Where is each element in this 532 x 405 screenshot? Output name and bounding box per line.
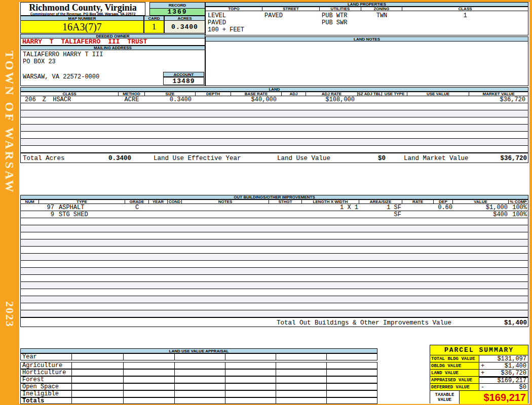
land-class: 206 Z HSACR (21, 96, 119, 103)
obldg-value-label: OBLDG VALUE (430, 362, 479, 369)
lua-row-label: Horticulture (21, 370, 72, 376)
col-use-type: USE TYPE (382, 92, 407, 96)
col-rate: RATE (402, 200, 434, 204)
lua-empty-cell (175, 370, 225, 376)
col-topo: TOPO (206, 7, 262, 11)
out-building-empty-row (20, 289, 528, 296)
land-adj-rate: $108,000 (306, 96, 358, 103)
lua-empty-cell (175, 377, 225, 383)
out-building-empty-row (20, 275, 528, 282)
deeded-owner-value: HARRY T TALIAFERRO III TRUST (20, 38, 205, 46)
appraised-value-label: APPRAISED VALUE (430, 377, 479, 383)
out-building-empty-row (20, 303, 528, 310)
out-building-empty-row (20, 310, 528, 317)
out-building-row: 9 STG SHED SF $400 100% (20, 211, 528, 218)
lua-row-label: Year (21, 354, 72, 360)
total-bldg-value: $131,097 (486, 355, 528, 362)
class-value: 1 (402, 12, 528, 19)
lua-row-label: Open Space (21, 384, 72, 390)
lua-empty-cell (276, 354, 327, 360)
col-utilities: UTILITIES (320, 7, 361, 11)
out-building-row: 97 ASPHALT C 1 X 1 1 SF 0.60 $1,000 100% (20, 204, 528, 211)
land-empty-row (20, 117, 528, 125)
address-line-2: PO BOX 23 (23, 58, 56, 65)
out-building-length-width: 1 X 1 (302, 204, 359, 211)
zoning-value: TWN (361, 12, 402, 19)
land-empty-row (20, 139, 528, 146)
row-operator (479, 355, 486, 362)
land-use-value-amount: $0 (345, 155, 386, 162)
out-building-dep: 0.60 (434, 204, 453, 211)
lua-empty-cell (327, 377, 377, 383)
lua-empty-cell (327, 362, 377, 369)
out-building-empty-row (20, 232, 528, 239)
mailing-address-label: MAILING ADDRESS (20, 46, 205, 50)
lua-empty-cell (225, 384, 276, 390)
sidebar-year-label: 2023 (3, 301, 16, 328)
taxable-value: $169,217 (460, 391, 528, 404)
land-market-value-amount: $36,720 (477, 155, 527, 162)
lua-empty-cell (327, 398, 377, 403)
lua-row-totals: Totals (20, 397, 377, 404)
out-building-value: $400 (453, 211, 509, 218)
col-zoning: ZONING (361, 7, 402, 11)
land-use-value-label: Land Use Value (277, 155, 330, 162)
lua-empty-cell (124, 362, 175, 369)
row-operator: + (479, 362, 486, 369)
obldg-value: $1,400 (486, 362, 528, 369)
land-properties-title: LAND PROPERTIES (205, 2, 528, 7)
out-buildings-totals-row: Total Out Buildings & Other Improvements… (20, 317, 528, 327)
land-market-value: $36,720 (469, 96, 528, 103)
lua-empty-cell (327, 384, 377, 390)
lua-empty-cell (276, 370, 327, 376)
lua-empty-cell (225, 391, 276, 397)
land-properties-row: 100 + FEET (206, 26, 528, 33)
lua-empty-cell (225, 354, 276, 360)
col-adj-rate: ADJ RATE (306, 92, 358, 96)
out-building-empty-row (20, 254, 528, 261)
row-operator (479, 377, 486, 383)
col-sthgt: STHGT (269, 200, 302, 204)
county-title: Richmond County, Virginia (21, 4, 145, 12)
col-market-value: MARKET VALUE (469, 92, 528, 96)
lua-empty-cell (327, 391, 377, 397)
lua-row-open-space: Open Space (20, 383, 377, 390)
map-number-label: MAP NUMBER (20, 16, 144, 21)
land-data-row: 206 Z HSACR ACRE 0.3400 $40,000 $108,000… (20, 96, 528, 103)
total-acres-value: 0.3400 (108, 155, 131, 162)
land-empty-row (20, 103, 528, 110)
lua-empty-cell (327, 370, 377, 376)
total-bldg-value-label: TOTAL BLDG VALUE (430, 355, 479, 362)
lua-empty-cell (175, 398, 225, 403)
out-building-empty-row (20, 218, 528, 225)
col-class: CLASS (402, 7, 528, 11)
address-line-3: WARSAW, VA 22572-0000 (23, 73, 99, 80)
col-grade: GRADE (125, 200, 149, 204)
lua-empty-cell (175, 362, 225, 369)
col-class: CLASS (21, 92, 119, 96)
lua-empty-cell (124, 391, 175, 397)
lua-row-label: Forest (21, 377, 72, 383)
out-building-empty-row (20, 296, 528, 303)
out-building-grade: C (125, 204, 149, 211)
appraised-value: $169,217 (486, 377, 528, 383)
land-empty-row (20, 110, 528, 117)
land-properties-row: PAVED PUB SWR (206, 19, 528, 26)
col-base-rate: BASE RATE (231, 92, 282, 96)
lua-empty-cell (72, 362, 124, 369)
col-year: YEAR (149, 200, 168, 204)
lua-row-year: Year (20, 353, 377, 360)
lua-empty-cell (225, 362, 276, 369)
out-buildings-title: OUT BUILDINGS/OTHER IMPROVEMENTS (20, 195, 528, 199)
acres-value: 0.3400 (164, 21, 205, 33)
out-building-num: 97 (39, 204, 54, 211)
lua-empty-cell (72, 377, 124, 383)
lua-empty-cell (124, 354, 175, 360)
lua-empty-cell (225, 377, 276, 383)
lua-row-agriculture: Agriculture (20, 362, 377, 369)
street-value: PAVED (262, 12, 320, 19)
lua-empty-cell (72, 370, 124, 376)
lua-empty-cell (327, 354, 377, 360)
lua-empty-cell (72, 391, 124, 397)
out-building-empty-row (20, 261, 528, 268)
